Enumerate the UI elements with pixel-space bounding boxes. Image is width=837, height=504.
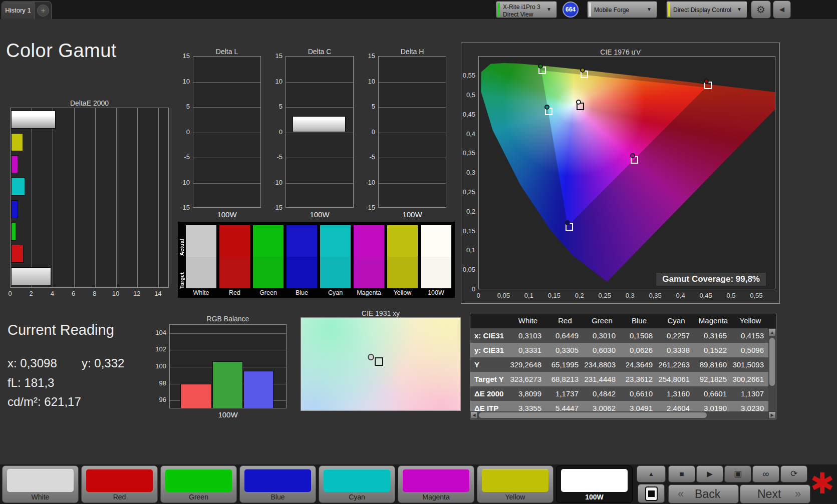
rgb-bar-blue: [243, 371, 273, 408]
refresh-button[interactable]: ⟳: [780, 465, 807, 482]
pattern-button-green[interactable]: Green: [160, 465, 237, 503]
cie-x-tick: 0,05: [492, 292, 514, 299]
table-col-header-white: White: [509, 313, 546, 328]
scroll-right-button[interactable]: ▶: [768, 411, 776, 419]
cie1976-title: CIE 1976 u'v': [461, 48, 780, 56]
scroll-thumb[interactable]: [479, 412, 707, 418]
table-cell: 0,6610: [616, 386, 653, 401]
pattern-button-label: Blue: [240, 493, 316, 501]
pattern-button-red[interactable]: Red: [81, 465, 158, 503]
cie31-actual-marker: [368, 354, 374, 360]
delta-bar: [293, 116, 346, 132]
swatch-target-red: [219, 257, 250, 288]
pattern-button-white[interactable]: White: [2, 465, 79, 503]
cie-y-tick: 0,55: [451, 72, 475, 79]
reading-x-value: x: 0,3098: [8, 356, 57, 370]
rgb-bar-red: [180, 384, 212, 408]
rgb-bar-green: [212, 361, 243, 408]
rgb-balance-title: RGB Balance: [169, 315, 287, 323]
pattern-button-cyan[interactable]: Cyan: [319, 465, 395, 503]
table-cell: 92,1825: [690, 372, 727, 386]
cie-y-tick: 0,15: [451, 227, 475, 234]
display-control-dropdown[interactable]: Direct Display Control ▼: [666, 1, 747, 18]
scroll-left-button[interactable]: ◀: [470, 411, 478, 419]
scroll-up-button[interactable]: ▲: [768, 328, 776, 336]
delta-gridline: [193, 107, 260, 108]
delta-chart-title: Delta C: [275, 48, 364, 56]
actual-row-label: Actual: [179, 227, 185, 256]
cie-x-tick: 0,4: [670, 292, 692, 299]
deltae-gridline: [32, 108, 32, 287]
chevron-down-icon: ▼: [645, 5, 654, 14]
meter-mode: Direct View: [503, 11, 540, 19]
deltae-bar-cyan: [11, 178, 25, 196]
swatch-actual-magenta: [354, 225, 384, 257]
pattern-button-magenta[interactable]: Magenta: [398, 465, 474, 503]
delta-gridline: [193, 82, 260, 83]
meter-dropdown-text: X-Rite i1Pro 3 Direct View: [503, 3, 540, 19]
cie-y-tick: 0,35: [451, 149, 475, 156]
pattern-button-yellow[interactable]: Yellow: [477, 465, 553, 503]
reading-cdm2-value: cd/m²: 621,17: [8, 395, 81, 409]
stop-button[interactable]: ■: [668, 465, 695, 482]
next-button[interactable]: Next»: [740, 484, 810, 503]
deltae-bar-100w: [11, 111, 56, 129]
delta-y-tick: 0: [265, 128, 283, 135]
cie-x-tick: 0,15: [543, 292, 565, 299]
table-cell: 24,3649: [616, 357, 653, 372]
pattern-window-button[interactable]: ▣: [724, 465, 751, 482]
table-cell: 0,4153: [727, 328, 764, 343]
meter-dropdown[interactable]: X-Rite i1Pro 3 Direct View ▼: [496, 1, 557, 18]
unsaved-changes-icon: ✱: [807, 464, 837, 504]
cie-y-tick: 0,1: [451, 246, 475, 253]
delta-gridline: [193, 158, 260, 158]
table-cell: 0,3331: [504, 343, 541, 357]
loop-button[interactable]: ∞: [752, 465, 779, 482]
cie-y-tick: 0,2: [451, 208, 475, 215]
chevron-down-icon: ▼: [544, 5, 553, 14]
deltae-gridline: [116, 108, 117, 287]
pattern-button-label: 100W: [556, 493, 632, 501]
back-button-label: Back: [695, 485, 720, 503]
collapse-panel-button[interactable]: ◀: [773, 1, 791, 19]
add-tab-button[interactable]: +: [37, 5, 49, 17]
delta-gridline: [379, 107, 446, 108]
back-button[interactable]: «Back: [668, 484, 739, 503]
pattern-button-100w[interactable]: 100W: [556, 465, 633, 503]
delta-y-tick: 10: [358, 78, 375, 85]
table-cell: 1,3160: [653, 386, 690, 401]
delta-y-tick: 15: [173, 52, 190, 59]
scroll-thumb[interactable]: [769, 338, 775, 386]
delta-gridline: [286, 133, 353, 133]
table-horizontal-scrollbar[interactable]: ◀▶: [470, 411, 776, 419]
pattern-button-blue[interactable]: Blue: [239, 465, 316, 503]
deltae-gridline: [74, 108, 75, 287]
rgb-x-label: 100W: [169, 410, 287, 419]
pattern-window-toggle-button[interactable]: [638, 484, 665, 503]
deltae-gridline: [158, 108, 159, 287]
calman-color-gamut-page: History 1 + X-Rite i1Pro 3 Direct View ▼…: [0, 0, 837, 504]
swatch-actual-green: [253, 225, 284, 257]
table-row: x: CIE310,31030,64490,30100,15080,22570,…: [470, 328, 769, 343]
play-button[interactable]: ▶: [696, 465, 723, 482]
table-row: Target Y323,627368,8213231,444823,361225…: [470, 372, 769, 386]
tab-history-1[interactable]: History 1: [2, 2, 35, 19]
gamut-coverage-label: Gamut Coverage: 99,8%: [656, 273, 766, 286]
rgb-y-tick: 98: [151, 379, 166, 386]
meter-count-badge[interactable]: 664: [563, 2, 579, 18]
pattern-button-label: Yellow: [477, 493, 553, 501]
target-row-label: Target: [179, 258, 185, 289]
pattern-button-label: White: [3, 493, 78, 501]
table-cell: 89,8160: [690, 357, 727, 372]
cie-x-tick: 0,35: [644, 292, 666, 299]
pattern-button-label: Green: [161, 493, 236, 501]
pattern-up-button[interactable]: ▲: [637, 465, 666, 482]
cie-y-tick: 0,45: [451, 111, 475, 118]
table-cell: 68,8213: [541, 372, 579, 386]
settings-button[interactable]: ⚙: [751, 1, 771, 19]
cie-marker-dot-white: [576, 100, 581, 105]
pattern-source-dropdown[interactable]: Mobile Forge ▼: [587, 1, 657, 18]
swatch-label: Magenta: [354, 289, 384, 297]
delta-chart-title: Delta H: [368, 48, 456, 56]
table-vertical-scrollbar[interactable]: ▲: [768, 328, 776, 412]
